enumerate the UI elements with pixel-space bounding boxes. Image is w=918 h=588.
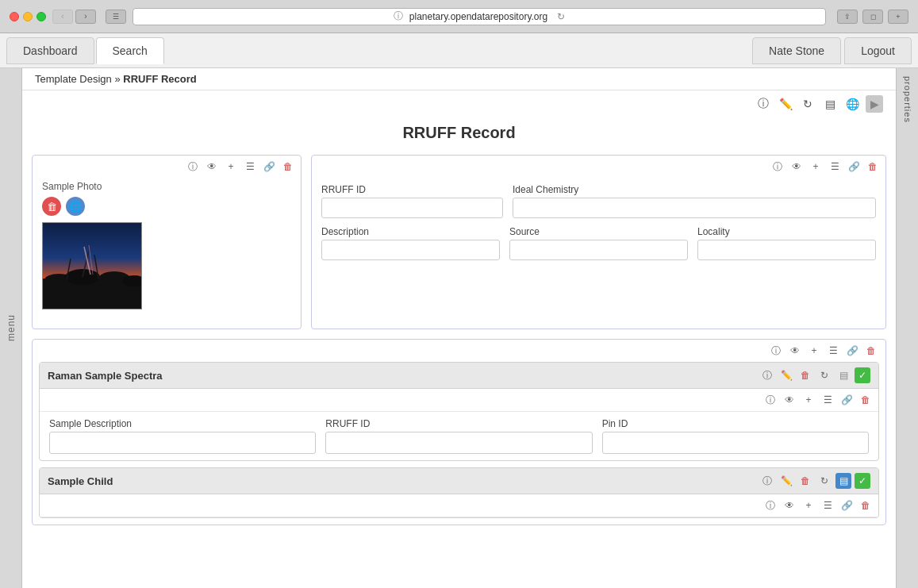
photo-link-icon[interactable]: 🔗 xyxy=(261,159,277,175)
outer-link-icon[interactable]: 🔗 xyxy=(844,343,860,359)
sample-child-sub-panel: Sample Child ⓘ ✏️ 🗑 ↻ ▤ ✓ ⓘ 👁 + ☰ xyxy=(39,467,879,518)
locality-input[interactable] xyxy=(697,240,876,260)
child-inner-info-icon[interactable]: ⓘ xyxy=(762,498,778,513)
photo-content: Sample Photo 🗑 🌐 xyxy=(33,178,301,316)
outer-trash-icon[interactable]: 🗑 xyxy=(863,343,879,359)
close-button[interactable] xyxy=(10,12,19,21)
sub-panels-container: ⓘ 👁 + ☰ 🔗 🗑 Raman Sample Spectra ⓘ ✏️ 🗑 … xyxy=(32,339,886,525)
pin-id-group: Pin ID xyxy=(602,418,869,454)
child-trash-icon[interactable]: 🗑 xyxy=(797,473,813,489)
child-check-icon[interactable]: ✓ xyxy=(855,473,870,489)
child-inner-plus-icon[interactable]: + xyxy=(801,498,816,513)
fields-panel-toolbar: ⓘ 👁 + ☰ 🔗 🗑 xyxy=(312,156,885,178)
ideal-chemistry-input[interactable] xyxy=(513,198,876,218)
browser-actions: ⇪ ◻ + xyxy=(837,10,908,24)
child-undo-icon[interactable]: ↻ xyxy=(816,473,832,489)
outer-plus-icon[interactable]: + xyxy=(806,343,822,359)
raman-inner-link-icon[interactable]: 🔗 xyxy=(839,392,855,408)
child-inner-eye-icon[interactable]: 👁 xyxy=(782,498,797,513)
collapse-icon[interactable]: ▶ xyxy=(866,95,883,113)
raman-inner-plus-icon[interactable]: + xyxy=(801,392,816,408)
reader-button[interactable]: ☰ xyxy=(106,10,126,24)
share-button[interactable]: ⇪ xyxy=(837,10,858,24)
photo-actions: 🗑 🌐 xyxy=(42,197,291,216)
rruff-id-group: RRUFF ID xyxy=(321,184,503,218)
outer-info-icon[interactable]: ⓘ xyxy=(768,343,784,359)
fields-grid: RRUFF ID Ideal Chemistry Description xyxy=(312,178,885,275)
raman-title: Raman Sample Spectra xyxy=(48,370,759,382)
sample-child-inner-toolbar: ⓘ 👁 + ☰ 🔗 🗑 xyxy=(40,494,878,517)
raman-inner-info-icon[interactable]: ⓘ xyxy=(762,392,778,408)
raman-fields: Sample Description RRUFF ID Pin ID xyxy=(40,412,878,460)
raman-inner-toolbar: ⓘ 👁 + ☰ 🔗 🗑 xyxy=(40,389,878,412)
child-inner-trash-icon[interactable]: 🗑 xyxy=(858,498,874,513)
chart-icon[interactable]: ▤ xyxy=(821,95,839,113)
globe-icon[interactable]: 🌐 xyxy=(843,95,861,113)
description-input[interactable] xyxy=(321,240,500,260)
raman-edit-icon[interactable]: ✏️ xyxy=(778,367,794,383)
add-button[interactable]: + xyxy=(888,10,908,24)
minimize-button[interactable] xyxy=(23,12,33,21)
photo-panel: ⓘ 👁 + ☰ 🔗 🗑 Sample Photo 🗑 🌐 xyxy=(32,155,302,329)
photo-eye-icon[interactable]: 👁 xyxy=(204,159,220,175)
child-info-icon[interactable]: ⓘ xyxy=(759,473,775,489)
traffic-lights xyxy=(10,12,46,21)
fields-plus-icon[interactable]: + xyxy=(808,159,824,175)
outer-eye-icon[interactable]: 👁 xyxy=(787,343,803,359)
breadcrumb-bar: Template Design » RRUFF Record xyxy=(22,68,896,90)
raman-chart-icon[interactable]: ▤ xyxy=(835,367,851,383)
page-toolbar: ⓘ ✏️ ↻ ▤ 🌐 ▶ xyxy=(22,90,896,117)
raman-inner-list-icon[interactable]: ☰ xyxy=(820,392,835,408)
raman-rruff-id-label: RRUFF ID xyxy=(325,418,592,429)
new-tab-button[interactable]: ◻ xyxy=(862,10,883,24)
child-inner-list-icon[interactable]: ☰ xyxy=(820,498,835,513)
photo-delete-btn[interactable]: 🗑 xyxy=(42,197,61,216)
nav-right: Nate Stone Logout xyxy=(752,37,912,64)
rruff-id-input[interactable] xyxy=(321,198,503,218)
sample-description-input[interactable] xyxy=(49,432,316,454)
fields-link-icon[interactable]: 🔗 xyxy=(846,159,862,175)
fields-list-icon[interactable]: ☰ xyxy=(827,159,843,175)
photo-globe-btn[interactable]: 🌐 xyxy=(66,197,85,216)
raman-undo-icon[interactable]: ↻ xyxy=(816,367,832,383)
sample-description-group: Sample Description xyxy=(49,418,316,454)
pin-id-input[interactable] xyxy=(602,432,869,454)
back-button[interactable]: ‹ xyxy=(52,10,73,24)
child-chart-icon[interactable]: ▤ xyxy=(835,473,851,489)
raman-sub-panel: Raman Sample Spectra ⓘ ✏️ 🗑 ↻ ▤ ✓ ⓘ 👁 + xyxy=(39,362,879,461)
raman-rruff-id-group: RRUFF ID xyxy=(325,418,592,454)
raman-inner-eye-icon[interactable]: 👁 xyxy=(782,392,797,408)
breadcrumb-current: RRUFF Record xyxy=(123,73,196,85)
photo-list-icon[interactable]: ☰ xyxy=(242,159,258,175)
photo-plus-icon[interactable]: + xyxy=(223,159,239,175)
url-text: planetary.opendatarepository.org xyxy=(409,11,547,22)
forward-button[interactable]: › xyxy=(75,10,96,24)
child-edit-icon[interactable]: ✏️ xyxy=(778,473,794,489)
breadcrumb: Template Design » RRUFF Record xyxy=(35,73,197,85)
info-icon[interactable]: ⓘ xyxy=(755,95,772,113)
fields-eye-icon[interactable]: 👁 xyxy=(789,159,805,175)
raman-inner-trash-icon[interactable]: 🗑 xyxy=(858,392,874,408)
raman-check-icon[interactable]: ✓ xyxy=(855,367,870,383)
fields-info-icon[interactable]: ⓘ xyxy=(770,159,785,175)
url-bar[interactable]: ⓘ planetary.opendatarepository.org ↻ xyxy=(133,8,826,25)
dashboard-tab[interactable]: Dashboard xyxy=(6,37,94,64)
photo-trash-icon[interactable]: 🗑 xyxy=(280,159,296,175)
child-inner-link-icon[interactable]: 🔗 xyxy=(839,498,855,513)
photo-info-icon[interactable]: ⓘ xyxy=(185,159,201,175)
raman-rruff-id-input[interactable] xyxy=(325,432,592,454)
fields-trash-icon[interactable]: 🗑 xyxy=(865,159,881,175)
undo-icon[interactable]: ↻ xyxy=(799,95,816,113)
maximize-button[interactable] xyxy=(36,12,46,21)
raman-trash-icon[interactable]: 🗑 xyxy=(797,367,813,383)
search-tab[interactable]: Search xyxy=(96,37,164,64)
raman-info-icon[interactable]: ⓘ xyxy=(759,367,775,383)
logout-button[interactable]: Logout xyxy=(844,37,912,64)
breadcrumb-parent[interactable]: Template Design xyxy=(35,73,112,85)
outer-list-icon[interactable]: ☰ xyxy=(825,343,841,359)
source-input[interactable] xyxy=(509,240,688,260)
reload-icon[interactable]: ↻ xyxy=(557,11,565,22)
ideal-chemistry-group: Ideal Chemistry xyxy=(513,184,876,218)
edit-icon[interactable]: ✏️ xyxy=(777,95,794,113)
user-name: Nate Stone xyxy=(752,37,841,64)
